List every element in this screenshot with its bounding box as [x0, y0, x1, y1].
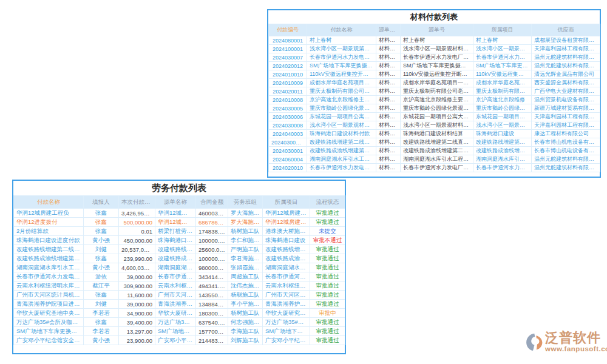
supplier-link[interactable]: 成都展望设备租赁有限公司 — [532, 36, 600, 45]
project-link[interactable]: 浅水湾小区一期景观提升工程施工 — [473, 45, 532, 53]
payment-id-link[interactable]: 2024030005 — [269, 104, 307, 113]
labor-team-link[interactable]: 杨聪施工队 — [228, 291, 263, 300]
source-name-link[interactable]: 广安邓小平纪念馆安全防... — [155, 336, 196, 345]
payment-name-link[interactable]: 浅水湾小区一期景观材料付款 — [307, 121, 376, 130]
labor-team-link[interactable]: 刘辉施工队 — [228, 336, 263, 345]
payment-name-link[interactable]: 万达广场35#会所及咖啡厅空... — [14, 318, 84, 327]
supplier-link[interactable]: 温州贸景机电设备有限公司 — [532, 96, 600, 104]
reporter-link[interactable]: 张鑫 — [84, 209, 119, 218]
payment-name-link[interactable]: 成都水岸华庭名苑项目一标段主要材料付款 — [307, 79, 376, 87]
project-link[interactable]: 湖南洞庭湖水库引水工程施工标 — [473, 155, 532, 164]
project-link[interactable]: 长春市伊通河水力发电厂改建工程 — [473, 164, 532, 172]
payment-name-link[interactable]: 东城花园一期项目公寓大堂装饰材料付款 — [307, 113, 376, 121]
supplier-link[interactable]: 温州元舵建筑材料有限公司 — [532, 62, 600, 70]
supplier-link[interactable]: 长春市博山机电设备有限公司 — [532, 147, 600, 155]
project-link[interactable]: 广安邓小平纪念馆安全防范系统维护... — [263, 336, 310, 345]
payment-id-link[interactable]: 2024020011 — [269, 87, 307, 96]
payment-name-link[interactable]: 长春市伊通河水力发电厂改... — [14, 272, 84, 281]
payment-name-link[interactable]: 青海洪湖养护院项目进度付款 — [14, 300, 84, 309]
supplier-link[interactable]: 天津嘉利园林工程有限公司 — [532, 121, 600, 130]
payment-name-link[interactable]: 云南水利枢纽潜明水库一期... — [14, 281, 84, 291]
payment-id-link[interactable]: 2024010008 — [269, 96, 307, 104]
payment-name-link[interactable]: SM广场地下车库更换摄像机及硬盘项目主要... — [307, 62, 376, 70]
project-link[interactable]: 改建铁路线增建第二线直通线（成都-... — [263, 245, 310, 254]
project-link[interactable]: 成都水岸华庭名苑项目一标段 — [473, 79, 532, 87]
payment-name-link[interactable]: 珠海鹤港口建设进度付款 — [14, 236, 84, 245]
project-link[interactable]: 华软大厦研究基地中央空调系统工程 — [263, 309, 310, 318]
source-name-link[interactable]: 改建铁路成渝线增建第二... — [155, 254, 196, 263]
payment-id-link[interactable]: 2024030001 — [269, 147, 307, 155]
supplier-link[interactable]: 温州元舵建筑材料有限公司 — [532, 53, 600, 62]
project-link[interactable]: 长春市伊通河水力发电厂改建工程 — [473, 53, 532, 62]
reporter-link[interactable]: 李若若 — [84, 327, 119, 336]
labor-team-link[interactable]: 何志强施工队 — [228, 318, 263, 327]
payment-name-link[interactable]: 长春市伊通河水力发电厂改建工程材料付款 — [307, 53, 376, 62]
labor-team-link[interactable]: 李海施工队 — [228, 327, 263, 336]
source-name-link[interactable]: 青海洪湖养护院项目第一... — [155, 300, 196, 309]
payment-name-link[interactable]: SM广场地下车库更换摄像机... — [14, 327, 84, 336]
project-link[interactable]: 村上春树 — [473, 36, 532, 45]
payment-name-link[interactable]: 广州市天河区统计局机房改... — [14, 291, 84, 300]
project-link[interactable]: 万达广场35#会所及咖啡厅空调安装... — [263, 318, 310, 327]
reporter-link[interactable]: 张鑫 — [84, 318, 119, 327]
supplier-link[interactable]: 天津嘉利园林工程有限公司 — [532, 113, 600, 121]
reporter-link[interactable]: 张鑫 — [84, 227, 119, 236]
supplier-link[interactable]: 康达工程材料有限公司 — [532, 130, 600, 138]
payment-id-link[interactable]: 2024030008 — [269, 121, 307, 130]
payment-name-link[interactable]: 华润12城房建工程负 — [14, 209, 84, 218]
reporter-link[interactable]: 刘健 — [84, 300, 119, 309]
project-link[interactable]: 改建铁路线增建第二线直通线（成都-... — [473, 138, 532, 147]
supplier-link[interactable]: 天津嘉利园林工程有限公司 — [532, 45, 600, 53]
project-link[interactable]: 云南水利枢纽潜明水库一期工程施工标 — [263, 281, 310, 291]
reporter-link[interactable]: 张鑫 — [84, 218, 119, 227]
payment-id-link[interactable]: 2024040003 — [269, 130, 307, 138]
payment-name-link[interactable]: 改建铁路线增建第二线直通线（成都-西安）电... — [307, 138, 376, 147]
labor-team-link[interactable]: 李小平施工队 — [228, 300, 263, 309]
project-link[interactable]: 重庆太极制药有限公司亳州中药材仓... — [473, 87, 532, 96]
payment-id-link[interactable]: 2024010010 — [269, 70, 307, 79]
project-link[interactable]: 京沪高速北京段维修 — [473, 96, 532, 104]
project-link[interactable]: 110kV安徽远程集控开断线路工程 — [473, 70, 532, 79]
labor-team-link[interactable]: 沈伟杰施工队 — [228, 281, 263, 291]
payment-id-link[interactable]: 2024030007 — [269, 53, 307, 62]
labor-team-link[interactable]: 杨树施工队 — [228, 227, 263, 236]
payment-id-link[interactable]: 2024030006 — [269, 113, 307, 121]
project-link[interactable]: 改建铁路成渝线增建第二直通线（成... — [263, 254, 310, 263]
reporter-link[interactable]: 刘健 — [84, 245, 119, 254]
supplier-link[interactable]: 温州元舵建筑材料有限公司 — [532, 164, 600, 172]
payment-name-link[interactable]: 浅水湾小区一期景观第二次材料付款 — [307, 45, 376, 53]
labor-team-link[interactable]: 李仁和施工队 — [228, 236, 263, 245]
payment-id-link[interactable]: 2024020010 — [269, 164, 307, 172]
reporter-link[interactable]: 张鑫 — [84, 254, 119, 263]
payment-name-link[interactable]: 华软大厦研究基地中央空调... — [14, 309, 84, 318]
payment-name-link[interactable]: 重庆市鹅岭公园绿化景观提升工程施工材料付款 — [307, 104, 376, 113]
payment-name-link[interactable]: 珠海鹤港口建设材料付款 — [307, 130, 376, 138]
payment-name-link[interactable]: 改建铁路成渝线增建第二直... — [14, 254, 84, 263]
payment-name-link[interactable]: 湖南洞庭湖水库引水工程施... — [14, 263, 84, 272]
source-name-link[interactable]: 桥梁打桩劳务分包合同 — [155, 227, 196, 236]
source-name-link[interactable]: 华软大厦研究基地中央空... — [155, 309, 196, 318]
source-name-link[interactable]: 珠海鹤港口建设第一期进... — [155, 236, 196, 245]
supplier-link[interactable]: 西安盛源金属材料有限公司 — [532, 79, 600, 87]
project-link[interactable]: 华润12城房建工程项目 — [263, 218, 310, 227]
labor-team-link[interactable]: 周超施工队 — [228, 272, 263, 281]
source-name-link[interactable]: 华润12城房建工程项目泥... — [155, 218, 196, 227]
payment-name-link[interactable]: 改建铁路成渝线增建第二直通线（成渝枢纽）... — [307, 147, 376, 155]
payment-name-link[interactable]: 改建铁路线增建第二线直通... — [14, 245, 84, 254]
supplier-link[interactable]: 广西华电大业建材有限公司 — [532, 87, 600, 96]
supplier-link[interactable]: 清远光辉金属品有限公司 — [532, 70, 600, 79]
source-name-link[interactable]: 万达广场35#会所及咖啡... — [155, 318, 196, 327]
labor-team-link[interactable]: 张娟霞施工队 — [228, 263, 263, 272]
project-link[interactable]: 港珠澳大桥施工总承包项目 — [263, 227, 310, 236]
project-link[interactable]: 珠海鹤港口建设 — [473, 130, 532, 138]
project-link[interactable]: 青海洪湖养护院项目 — [263, 300, 310, 309]
payment-name-link[interactable]: 湖南洞庭湖水库引水工程施工标材料付款 — [307, 155, 376, 164]
payment-id-link[interactable]: 20240300004 — [269, 138, 307, 147]
reporter-link[interactable]: 张鑫 — [84, 291, 119, 300]
labor-team-link[interactable]: 严明施工队 — [228, 245, 263, 254]
reporter-link[interactable]: 黄小强 — [84, 336, 119, 345]
project-link[interactable]: SM广场地下车库更换摄像机及硬盘项目 — [473, 62, 532, 70]
labor-team-link[interactable]: 罗大海施工队 — [228, 218, 263, 227]
payment-name-link[interactable]: 长春市伊通河水力发电厂改建工程材料付款 — [307, 164, 376, 172]
labor-team-link[interactable]: 李君海施工队 — [228, 254, 263, 263]
